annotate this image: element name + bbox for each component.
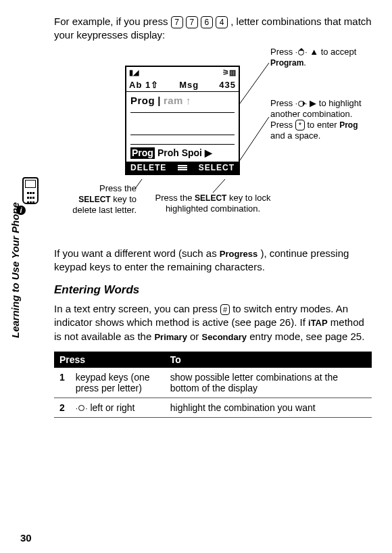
row1-press: keypad keys (one press per letter) — [70, 368, 165, 398]
secondary-label: Secondary — [202, 332, 247, 342]
svg-line-3 — [213, 179, 225, 193]
table-row: 1 keypad keys (one press per letter) sho… — [54, 368, 372, 398]
key-4: 4 — [216, 16, 228, 28]
table-row: 2 ·· left or right highlight the combina… — [54, 398, 372, 417]
row2-press: ·· left or right — [70, 398, 165, 417]
row2-num: 2 — [54, 398, 70, 417]
svg-line-0 — [240, 63, 269, 103]
th-press: Press — [54, 352, 165, 368]
row1-num: 1 — [54, 368, 70, 398]
key-7b: 7 — [186, 16, 198, 28]
intro-paragraph: For example, if you press 7 7 6 4 , lett… — [54, 15, 372, 43]
leader-lines — [54, 51, 378, 233]
itap-label: iTAP — [308, 318, 328, 328]
heading-entering-words: Entering Words — [54, 283, 372, 297]
para-entry-modes: In a text entry screen, you can press # … — [54, 302, 372, 343]
primary-label: Primary — [154, 332, 187, 342]
th-to: To — [165, 352, 372, 368]
svg-line-2 — [135, 179, 142, 189]
svg-line-1 — [240, 117, 269, 160]
info-badge-icon: i — [16, 206, 26, 215]
word-progress: Progress — [220, 249, 258, 259]
nav-lr-icon: ·· — [76, 404, 88, 413]
instruction-table: Press To 1 keypad keys (one press per le… — [54, 352, 372, 418]
row1-to: show possible letter combinations at the… — [165, 368, 372, 398]
page-number: 30 — [20, 532, 32, 544]
intro-pre: For example, if you press — [54, 16, 171, 27]
para-different-word: If you want a different word (such as Pr… — [54, 247, 372, 274]
key-6: 6 — [201, 16, 213, 28]
row2-to: highlight the combination you want — [165, 398, 372, 417]
key-7a: 7 — [171, 16, 183, 28]
hash-key: # — [220, 304, 230, 315]
figure: ▮◢ ⚞▥ Ab 1⇧ Msg 435 Prog | ram ↑ Prog Pr… — [54, 51, 372, 240]
side-chapter-label: Learning to Use Your Phone — [9, 202, 21, 338]
phone-icon: i — [19, 177, 42, 211]
